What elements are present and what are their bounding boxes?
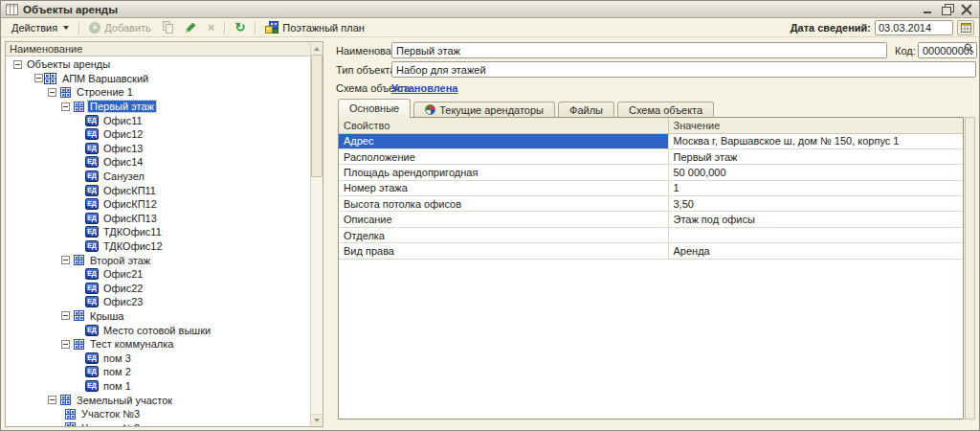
tree-node[interactable]: Объекты аренды [6, 57, 310, 72]
add-button[interactable]: + Добавить [83, 20, 157, 35]
property-row[interactable]: Высота потолка офисов3,50 [339, 196, 963, 212]
property-value-cell[interactable]: 3,50 [668, 196, 963, 212]
tree-node[interactable]: ЕДОфис13 [6, 142, 310, 156]
tree-node[interactable]: ЕДпом 3 [6, 351, 310, 365]
name-input[interactable] [391, 42, 887, 58]
tree-node-label[interactable]: Офис22 [101, 283, 145, 294]
tree-node[interactable]: ЕДСанузел [6, 170, 310, 184]
scroll-down-icon[interactable] [311, 414, 323, 426]
tree-node-label[interactable]: Строение 1 [75, 86, 135, 98]
delete-button[interactable]: × [202, 20, 221, 35]
tree-node-label[interactable]: пом 3 [101, 352, 133, 364]
lookup-magnifier-icon[interactable] [964, 43, 974, 56]
calendar-button[interactable] [957, 20, 974, 35]
collapse-minus-icon[interactable] [61, 311, 70, 320]
property-value-cell[interactable]: Первый этаж [668, 148, 963, 164]
tree-node-label[interactable]: Офис12 [101, 128, 145, 140]
property-row[interactable]: Отделка [339, 227, 963, 242]
collapse-minus-icon[interactable] [48, 396, 56, 404]
property-row[interactable]: ОписаниеЭтаж под офисы [339, 212, 963, 227]
tree-node[interactable]: ЕДМесто сотовой вышки [6, 323, 310, 337]
tab-2[interactable]: Файлы [558, 102, 614, 118]
tree-node-label[interactable]: Тест коммуналка [88, 338, 175, 350]
property-value-cell[interactable]: Аренда [668, 243, 963, 259]
actions-button[interactable]: Действия [6, 20, 75, 35]
property-row[interactable]: Вид праваАренда [339, 243, 963, 259]
tree-node[interactable]: ЕДОфис12 [6, 127, 310, 142]
tree-node-label[interactable]: ОфисКП11 [101, 185, 158, 196]
tree-node[interactable]: Участок №2 [6, 420, 310, 426]
tree-node[interactable]: АПМ Варшавский [6, 72, 310, 86]
tree-node-label[interactable]: Офис21 [101, 268, 145, 280]
property-name-cell[interactable]: Отделка [339, 227, 668, 242]
property-value-cell[interactable]: 1 [668, 180, 963, 195]
tree-node-label[interactable]: Офис23 [101, 296, 145, 307]
tree-node-label[interactable]: ТДКОфис11 [101, 226, 164, 238]
property-name-cell[interactable]: Расположение [339, 148, 668, 164]
property-value-cell[interactable]: 50 000,000 [668, 165, 963, 180]
type-input[interactable] [391, 61, 976, 78]
collapse-minus-icon[interactable] [34, 74, 43, 82]
property-value-cell[interactable]: Этаж под офисы [668, 212, 963, 227]
tree-node[interactable]: Крыша [6, 309, 310, 324]
tree-node[interactable]: ЕДОфисКП12 [6, 197, 310, 212]
property-row[interactable]: АдресМосква г, Варшавское ш, дом № 150, … [339, 133, 963, 148]
tree-node-label[interactable]: Участок №3 [79, 408, 142, 420]
scheme-link[interactable]: Установлена [391, 82, 457, 94]
scrollbar-thumb[interactable] [311, 55, 323, 177]
column-header-property[interactable]: Свойство [339, 118, 668, 133]
property-name-cell[interactable]: Номер этажа [339, 180, 668, 195]
tree-node[interactable]: ЕДТДКОфис12 [6, 239, 310, 254]
property-name-cell[interactable]: Описание [339, 212, 668, 227]
tree-node[interactable]: ЕДпом 1 [6, 379, 310, 394]
copy-button[interactable] [157, 19, 179, 35]
tab-0[interactable]: Основные [338, 99, 411, 118]
minimize-button[interactable] [923, 4, 934, 14]
tree-node-label[interactable]: Первый этаж [88, 101, 156, 112]
tree-node[interactable]: ЕДпом 2 [6, 365, 310, 379]
tree-node[interactable]: ЕДОфис14 [6, 155, 310, 170]
restore-button[interactable] [942, 4, 953, 14]
tree-node-label[interactable]: Место сотовой вышки [101, 325, 212, 336]
tree-node-label[interactable]: ОфисКП12 [101, 198, 159, 210]
floor-plan-button[interactable]: Поэтажный план [259, 19, 370, 35]
collapse-minus-icon[interactable] [48, 88, 56, 97]
tree-node[interactable]: Тест коммуналка [6, 337, 310, 352]
tree-node-label[interactable]: Участок №2 [79, 422, 142, 426]
collapse-minus-icon[interactable] [61, 340, 70, 349]
tab-3[interactable]: Схема объекта [617, 102, 714, 118]
tree-node[interactable]: Строение 1 [6, 85, 310, 100]
tree-node[interactable]: ЕДОфисКП11 [6, 183, 310, 197]
tree-node[interactable]: Первый этаж [6, 100, 310, 114]
tree-node[interactable]: ЕДОфис21 [6, 267, 310, 282]
close-button[interactable] [961, 4, 972, 14]
tree-node[interactable]: ЕДТДКОфис11 [6, 225, 310, 239]
scroll-up-icon[interactable] [311, 42, 323, 55]
refresh-button[interactable]: ↻ [229, 20, 251, 35]
tree-node-label[interactable]: ОфисКП13 [101, 213, 159, 224]
property-row[interactable]: РасположениеПервый этаж [339, 148, 963, 164]
property-name-cell[interactable]: Адрес [339, 133, 668, 148]
tree-node[interactable]: Участок №3 [6, 407, 310, 421]
tab-1[interactable]: Текущие арендаторы [413, 102, 555, 118]
tree-node-label[interactable]: Офис11 [101, 115, 145, 126]
tree-column-header[interactable]: Наименование [6, 42, 310, 57]
tree-node-label[interactable]: Земельный участок [75, 395, 174, 406]
property-name-cell[interactable]: Вид права [339, 243, 668, 259]
property-value-cell[interactable] [668, 227, 963, 242]
tree-node-label[interactable]: Офис14 [101, 156, 145, 168]
date-input[interactable] [875, 20, 953, 35]
tree-node-label[interactable]: ТДКОфис12 [101, 240, 165, 252]
collapse-minus-icon[interactable] [61, 102, 70, 111]
property-name-cell[interactable]: Высота потолка офисов [339, 196, 668, 212]
property-value-cell[interactable]: Москва г, Варшавское ш, дом № 150, корпу… [668, 133, 963, 148]
tree-node-label[interactable]: Офис13 [101, 143, 145, 154]
collapse-minus-icon[interactable] [13, 60, 22, 69]
tree-node[interactable]: Земельный участок [6, 393, 310, 407]
collapse-minus-icon[interactable] [61, 256, 70, 264]
tree-node-label[interactable]: пом 2 [101, 366, 133, 377]
property-name-cell[interactable]: Площадь арендопригодная [339, 165, 668, 180]
tree-node-label[interactable]: Второй этаж [88, 255, 152, 266]
tree-node-label[interactable]: АПМ Варшавский [60, 73, 150, 84]
tree-node-label[interactable]: Санузел [101, 170, 146, 182]
